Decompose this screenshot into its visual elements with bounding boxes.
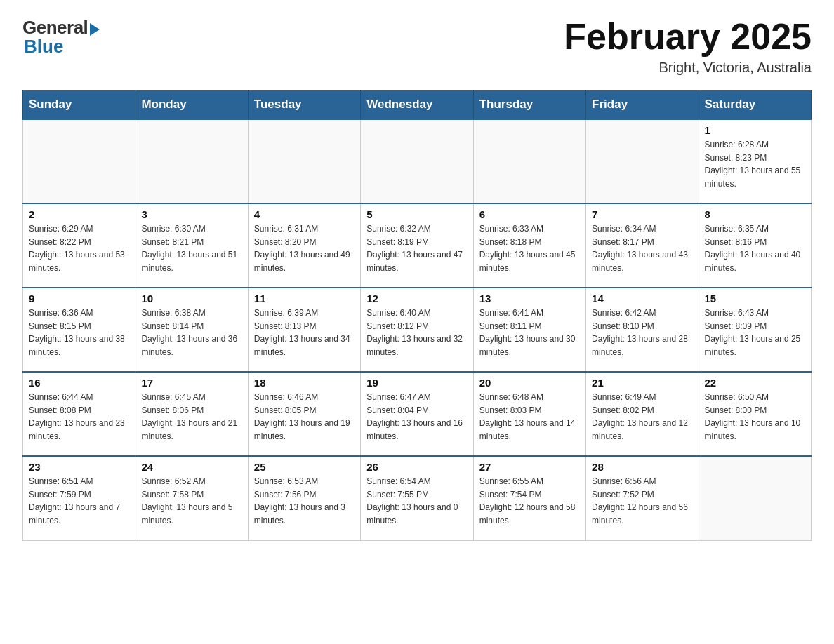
- day-info: Sunrise: 6:39 AMSunset: 8:13 PMDaylight:…: [254, 307, 355, 358]
- col-thursday: Thursday: [473, 90, 585, 120]
- table-row: [473, 119, 585, 203]
- day-number: 18: [254, 377, 355, 389]
- day-number: 23: [29, 461, 129, 473]
- day-number: 21: [592, 377, 692, 389]
- table-row: 8Sunrise: 6:35 AMSunset: 8:16 PMDaylight…: [699, 203, 811, 288]
- table-row: [23, 119, 135, 203]
- day-info: Sunrise: 6:51 AMSunset: 7:59 PMDaylight:…: [29, 475, 129, 527]
- table-row: [586, 119, 699, 203]
- table-row: 21Sunrise: 6:49 AMSunset: 8:02 PMDayligh…: [586, 372, 699, 456]
- day-info: Sunrise: 6:42 AMSunset: 8:10 PMDaylight:…: [592, 307, 692, 358]
- day-number: 1: [705, 124, 805, 136]
- day-info: Sunrise: 6:53 AMSunset: 7:56 PMDaylight:…: [254, 475, 355, 527]
- col-friday: Friday: [586, 90, 699, 120]
- title-section: February 2025 Bright, Victoria, Australi…: [564, 17, 812, 76]
- day-number: 10: [141, 293, 241, 304]
- day-number: 19: [366, 377, 467, 389]
- table-row: 23Sunrise: 6:51 AMSunset: 7:59 PMDayligh…: [23, 456, 135, 540]
- table-row: 3Sunrise: 6:30 AMSunset: 8:21 PMDaylight…: [135, 203, 248, 288]
- table-row: 4Sunrise: 6:31 AMSunset: 8:20 PMDaylight…: [248, 203, 360, 288]
- table-row: 9Sunrise: 6:36 AMSunset: 8:15 PMDaylight…: [23, 288, 135, 372]
- calendar-week-row: 23Sunrise: 6:51 AMSunset: 7:59 PMDayligh…: [23, 456, 812, 540]
- table-row: 24Sunrise: 6:52 AMSunset: 7:58 PMDayligh…: [135, 456, 248, 540]
- day-number: 7: [592, 208, 692, 220]
- day-info: Sunrise: 6:54 AMSunset: 7:55 PMDaylight:…: [366, 475, 467, 527]
- day-number: 5: [366, 208, 467, 220]
- day-number: 26: [366, 461, 467, 473]
- logo-blue-text: Blue: [24, 36, 63, 58]
- col-sunday: Sunday: [23, 90, 135, 120]
- day-number: 4: [254, 208, 355, 220]
- table-row: 1Sunrise: 6:28 AMSunset: 8:23 PMDaylight…: [699, 119, 811, 203]
- table-row: 15Sunrise: 6:43 AMSunset: 8:09 PMDayligh…: [699, 288, 811, 372]
- table-row: 14Sunrise: 6:42 AMSunset: 8:10 PMDayligh…: [586, 288, 699, 372]
- day-number: 22: [705, 377, 805, 389]
- day-info: Sunrise: 6:41 AMSunset: 8:11 PMDaylight:…: [479, 307, 580, 358]
- day-number: 17: [141, 377, 241, 389]
- table-row: 5Sunrise: 6:32 AMSunset: 8:19 PMDaylight…: [361, 203, 473, 288]
- day-info: Sunrise: 6:45 AMSunset: 8:06 PMDaylight:…: [141, 391, 241, 443]
- table-row: 18Sunrise: 6:46 AMSunset: 8:05 PMDayligh…: [248, 372, 360, 456]
- day-info: Sunrise: 6:28 AMSunset: 8:23 PMDaylight:…: [705, 138, 805, 190]
- table-row: 2Sunrise: 6:29 AMSunset: 8:22 PMDaylight…: [23, 203, 135, 288]
- day-info: Sunrise: 6:46 AMSunset: 8:05 PMDaylight:…: [254, 391, 355, 443]
- day-info: Sunrise: 6:40 AMSunset: 8:12 PMDaylight:…: [366, 307, 467, 358]
- day-info: Sunrise: 6:50 AMSunset: 8:00 PMDaylight:…: [705, 391, 805, 443]
- day-number: 14: [592, 293, 692, 304]
- day-info: Sunrise: 6:30 AMSunset: 8:21 PMDaylight:…: [141, 222, 241, 274]
- table-row: 22Sunrise: 6:50 AMSunset: 8:00 PMDayligh…: [699, 372, 811, 456]
- day-number: 27: [479, 461, 580, 473]
- table-row: [699, 456, 811, 540]
- table-row: 11Sunrise: 6:39 AMSunset: 8:13 PMDayligh…: [248, 288, 360, 372]
- day-info: Sunrise: 6:52 AMSunset: 7:58 PMDaylight:…: [141, 475, 241, 527]
- day-number: 24: [141, 461, 241, 473]
- table-row: 6Sunrise: 6:33 AMSunset: 8:18 PMDaylight…: [473, 203, 585, 288]
- table-row: 13Sunrise: 6:41 AMSunset: 8:11 PMDayligh…: [473, 288, 585, 372]
- day-info: Sunrise: 6:31 AMSunset: 8:20 PMDaylight:…: [254, 222, 355, 274]
- table-row: 17Sunrise: 6:45 AMSunset: 8:06 PMDayligh…: [135, 372, 248, 456]
- calendar-week-row: 1Sunrise: 6:28 AMSunset: 8:23 PMDaylight…: [23, 119, 812, 203]
- table-row: 27Sunrise: 6:55 AMSunset: 7:54 PMDayligh…: [473, 456, 585, 540]
- month-title: February 2025: [564, 17, 812, 57]
- day-number: 13: [479, 293, 580, 304]
- calendar-header-row: Sunday Monday Tuesday Wednesday Thursday…: [23, 90, 812, 120]
- day-number: 6: [479, 208, 580, 220]
- day-info: Sunrise: 6:29 AMSunset: 8:22 PMDaylight:…: [29, 222, 129, 274]
- table-row: 20Sunrise: 6:48 AMSunset: 8:03 PMDayligh…: [473, 372, 585, 456]
- table-row: 16Sunrise: 6:44 AMSunset: 8:08 PMDayligh…: [23, 372, 135, 456]
- day-number: 12: [366, 293, 467, 304]
- table-row: 7Sunrise: 6:34 AMSunset: 8:17 PMDaylight…: [586, 203, 699, 288]
- calendar-table: Sunday Monday Tuesday Wednesday Thursday…: [22, 90, 812, 541]
- day-number: 20: [479, 377, 580, 389]
- table-row: 10Sunrise: 6:38 AMSunset: 8:14 PMDayligh…: [135, 288, 248, 372]
- table-row: 19Sunrise: 6:47 AMSunset: 8:04 PMDayligh…: [361, 372, 473, 456]
- day-info: Sunrise: 6:56 AMSunset: 7:52 PMDaylight:…: [592, 475, 692, 527]
- calendar-week-row: 9Sunrise: 6:36 AMSunset: 8:15 PMDaylight…: [23, 288, 812, 372]
- location-subtitle: Bright, Victoria, Australia: [564, 60, 812, 76]
- col-saturday: Saturday: [699, 90, 811, 120]
- day-info: Sunrise: 6:34 AMSunset: 8:17 PMDaylight:…: [592, 222, 692, 274]
- table-row: 25Sunrise: 6:53 AMSunset: 7:56 PMDayligh…: [248, 456, 360, 540]
- day-info: Sunrise: 6:47 AMSunset: 8:04 PMDaylight:…: [366, 391, 467, 443]
- day-number: 9: [29, 293, 129, 304]
- day-info: Sunrise: 6:43 AMSunset: 8:09 PMDaylight:…: [705, 307, 805, 358]
- calendar-week-row: 16Sunrise: 6:44 AMSunset: 8:08 PMDayligh…: [23, 372, 812, 456]
- day-info: Sunrise: 6:49 AMSunset: 8:02 PMDaylight:…: [592, 391, 692, 443]
- col-monday: Monday: [135, 90, 248, 120]
- table-row: 28Sunrise: 6:56 AMSunset: 7:52 PMDayligh…: [586, 456, 699, 540]
- table-row: [135, 119, 248, 203]
- day-number: 15: [705, 293, 805, 304]
- col-tuesday: Tuesday: [248, 90, 360, 120]
- day-number: 28: [592, 461, 692, 473]
- day-info: Sunrise: 6:32 AMSunset: 8:19 PMDaylight:…: [366, 222, 467, 274]
- day-number: 2: [29, 208, 129, 220]
- day-number: 25: [254, 461, 355, 473]
- table-row: 12Sunrise: 6:40 AMSunset: 8:12 PMDayligh…: [361, 288, 473, 372]
- calendar-week-row: 2Sunrise: 6:29 AMSunset: 8:22 PMDaylight…: [23, 203, 812, 288]
- day-info: Sunrise: 6:35 AMSunset: 8:16 PMDaylight:…: [705, 222, 805, 274]
- day-number: 8: [705, 208, 805, 220]
- day-info: Sunrise: 6:55 AMSunset: 7:54 PMDaylight:…: [479, 475, 580, 527]
- day-number: 11: [254, 293, 355, 304]
- col-wednesday: Wednesday: [361, 90, 473, 120]
- table-row: [248, 119, 360, 203]
